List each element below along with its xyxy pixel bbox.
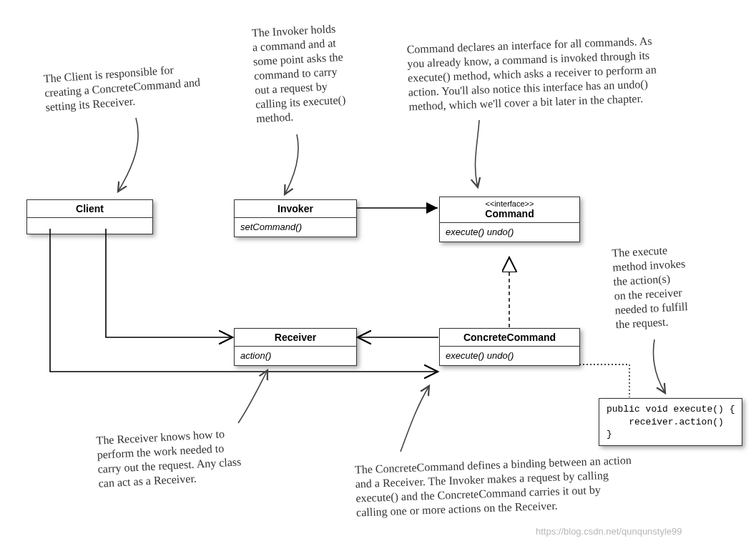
class-client-body	[27, 218, 152, 234]
class-receiver-body: action()	[235, 347, 356, 365]
class-command-body: execute() undo()	[440, 223, 579, 242]
class-command: <<interface>> Command execute() undo()	[439, 197, 580, 242]
class-receiver-name: Receiver	[235, 329, 356, 347]
class-client-name: Client	[27, 200, 152, 218]
note-execute: The execute method invokes the action(s)…	[612, 240, 737, 332]
note-receiver: The Receiver knows how to perform the wo…	[96, 424, 285, 490]
note-invoker: The Invoker holds a command and at some …	[251, 20, 378, 126]
class-client: Client	[26, 199, 153, 234]
note-client: The Client is responsible for creating a…	[43, 60, 221, 115]
note-concrete: The ConcreteCommand defines a binding be…	[355, 452, 664, 520]
class-command-stereo: <<interface>>	[440, 197, 579, 208]
class-concrete: ConcreteCommand execute() undo()	[439, 328, 580, 366]
class-receiver: Receiver action()	[234, 328, 357, 366]
watermark: https://blog.csdn.net/qunqunstyle99	[536, 526, 682, 537]
class-invoker-body: setCommand()	[235, 218, 356, 237]
class-invoker: Invoker setCommand()	[234, 199, 357, 237]
diagram-stage: Client Invoker setCommand() <<interface>…	[0, 0, 756, 541]
class-concrete-name: ConcreteCommand	[440, 329, 579, 347]
code-execute: public void execute() { receiver.action(…	[599, 398, 742, 446]
class-invoker-name: Invoker	[235, 200, 356, 218]
class-command-name: Command	[440, 208, 579, 223]
note-command: Command declares an interface for all co…	[406, 32, 716, 114]
class-concrete-body: execute() undo()	[440, 347, 579, 365]
